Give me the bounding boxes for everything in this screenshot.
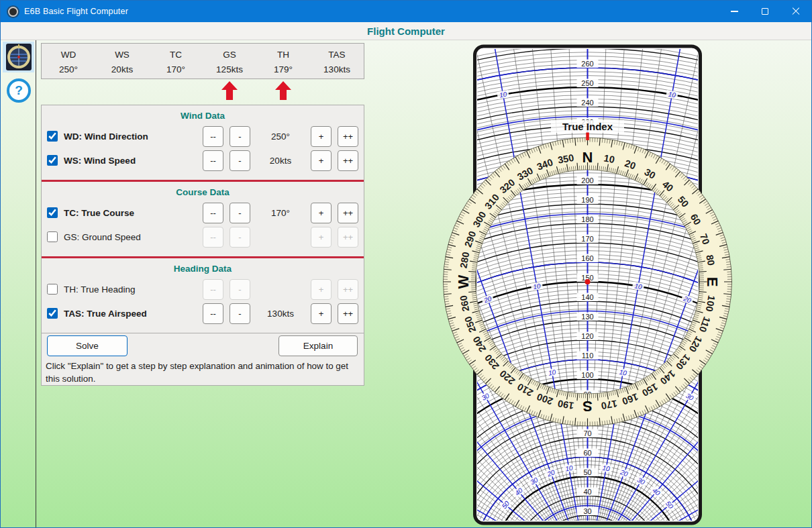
parameter-label: WS: Wind Speed <box>64 156 203 166</box>
sidebar-item-flight-computer[interactable] <box>3 42 34 72</box>
parameter-row: TH: True Heading -- - + ++ <box>47 278 358 300</box>
grommet[interactable] <box>585 279 591 284</box>
solve-button[interactable]: Solve <box>47 335 128 356</box>
summary-value: 20kts <box>111 64 133 74</box>
parameter-checkbox[interactable] <box>47 207 58 218</box>
increment-fast-button[interactable]: ++ <box>338 126 358 147</box>
increment-button[interactable]: + <box>311 279 332 300</box>
window-title: E6B Basic Flight Computer <box>24 7 128 16</box>
summary-label: TC <box>170 50 182 60</box>
input-sections: Wind Data WD: Wind Direction -- - 250° +… <box>41 105 364 333</box>
close-icon <box>792 7 800 15</box>
parameter-row: TAS: True Airspeed -- - 130kts + ++ <box>47 303 358 324</box>
decrement-fast-button[interactable]: -- <box>203 303 223 324</box>
maximize-icon <box>762 8 768 15</box>
app-icon <box>8 7 18 17</box>
svg-text:30: 30 <box>583 507 591 515</box>
parameter-label: WD: Wind Direction <box>64 131 203 142</box>
summary-label: WS <box>115 50 130 60</box>
increment-button[interactable]: + <box>311 303 332 324</box>
window-controls <box>719 1 811 22</box>
increment-button[interactable]: + <box>311 150 332 171</box>
svg-text:W: W <box>455 274 472 288</box>
solution-summary-strip: WD250° WS20kts TC170° GS125kts TH179° TA… <box>41 43 364 79</box>
parameter-checkbox[interactable] <box>47 131 58 142</box>
summary-col-tc: TC170° <box>149 44 203 78</box>
svg-text:40: 40 <box>583 488 591 496</box>
summary-value: 125kts <box>216 64 243 74</box>
increment-button[interactable]: + <box>311 126 332 147</box>
title-bar: E6B Basic Flight Computer <box>1 1 811 22</box>
section-wind-data: Wind Data WD: Wind Direction -- - 250° +… <box>42 105 364 180</box>
decrement-button[interactable]: - <box>230 150 250 171</box>
page-title: Flight Computer <box>367 25 445 37</box>
increment-fast-button[interactable]: ++ <box>338 227 358 248</box>
svg-text:10: 10 <box>603 153 615 166</box>
summary-label: GS <box>223 50 236 60</box>
summary-col-ws: WS20kts <box>95 44 149 78</box>
parameter-checkbox[interactable] <box>47 308 58 319</box>
decrement-fast-button[interactable]: -- <box>203 203 223 223</box>
svg-text:70: 70 <box>583 429 591 437</box>
actions-panel: Solve Explain Click "Explain" to get a s… <box>41 333 364 386</box>
parameter-row: WD: Wind Direction -- - 250° + ++ <box>47 125 358 147</box>
decrement-fast-button[interactable]: -- <box>203 227 223 248</box>
increment-fast-button[interactable]: ++ <box>338 303 358 324</box>
section-title: Course Data <box>42 185 364 199</box>
increment-button[interactable]: + <box>311 227 332 248</box>
summary-value: 250° <box>59 64 78 74</box>
svg-text:130: 130 <box>581 313 593 321</box>
summary-col-tas: TAS130kts <box>310 44 364 78</box>
parameter-label: GS: Ground Speed <box>64 232 203 242</box>
increment-fast-button[interactable]: ++ <box>338 150 358 171</box>
svg-text:250: 250 <box>581 79 593 87</box>
parameter-value: 130kts <box>250 309 311 319</box>
section-title: Wind Data <box>42 109 364 123</box>
svg-text:N: N <box>582 149 593 166</box>
decrement-button[interactable]: - <box>230 279 250 300</box>
e6b-wind-face[interactable]: 3040506070809010011012013014015016017018… <box>397 40 812 528</box>
minimize-icon <box>731 11 738 11</box>
parameter-value: 20kts <box>250 156 311 166</box>
svg-text:160: 160 <box>581 254 593 262</box>
summary-value: 170° <box>166 64 185 74</box>
decrement-button[interactable]: - <box>230 303 250 324</box>
svg-text:240: 240 <box>581 99 593 107</box>
parameter-label: TC: True Course <box>64 208 203 218</box>
increment-button[interactable]: + <box>311 203 332 223</box>
solved-arrow-gs-icon <box>221 81 238 100</box>
decrement-fast-button[interactable]: -- <box>203 126 223 147</box>
summary-value: 130kts <box>323 64 350 74</box>
svg-text:E: E <box>704 277 721 287</box>
svg-text:200: 200 <box>581 176 593 184</box>
flight-computer-icon <box>5 43 32 71</box>
solved-arrow-th-icon <box>275 81 291 100</box>
true-index-tick <box>586 133 589 141</box>
help-icon: ? <box>15 83 23 98</box>
close-button[interactable] <box>780 1 811 22</box>
page-header: Flight Computer <box>1 22 811 40</box>
decrement-button[interactable]: - <box>230 227 250 248</box>
maximize-button[interactable] <box>750 1 780 22</box>
increment-fast-button[interactable]: ++ <box>338 279 358 300</box>
svg-text:50: 50 <box>583 468 591 476</box>
decrement-fast-button[interactable]: -- <box>203 150 223 171</box>
decrement-button[interactable]: - <box>230 126 250 147</box>
summary-col-wd: WD250° <box>42 44 95 78</box>
parameter-checkbox[interactable] <box>47 155 58 166</box>
parameter-checkbox[interactable] <box>47 231 58 242</box>
svg-text:60: 60 <box>583 449 591 457</box>
explain-button[interactable]: Explain <box>278 335 358 356</box>
decrement-button[interactable]: - <box>230 203 250 223</box>
increment-fast-button[interactable]: ++ <box>338 203 358 223</box>
sidebar-item-help[interactable]: ? <box>7 78 31 103</box>
summary-value: 179° <box>274 64 293 74</box>
parameter-label: TH: True Heading <box>64 284 203 295</box>
parameter-checkbox[interactable] <box>47 284 58 295</box>
parameter-row: WS: Wind Speed -- - 20kts + ++ <box>47 150 358 171</box>
summary-col-th: TH179° <box>256 44 310 78</box>
decrement-fast-button[interactable]: -- <box>203 279 223 300</box>
minimize-button[interactable] <box>719 1 750 22</box>
summary-label: TH <box>277 50 289 60</box>
svg-text:80: 80 <box>704 254 717 266</box>
